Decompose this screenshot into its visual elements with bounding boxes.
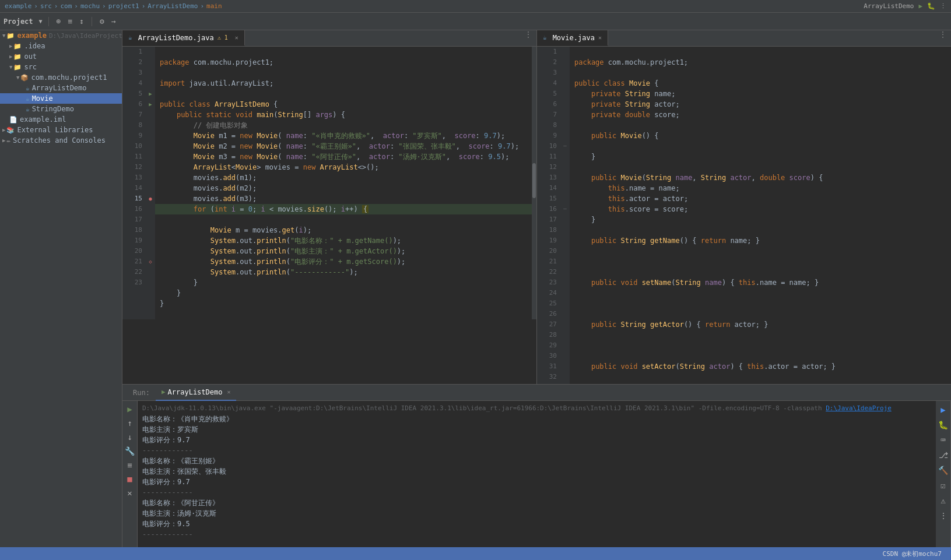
- rgutter-22: [560, 267, 570, 277]
- code-editor-left[interactable]: 1 2 3 4 5 6 7 8 9 10 11 12 13 14: [122, 47, 536, 384]
- tab-movie[interactable]: ☕ Movie.java ✕: [537, 30, 608, 46]
- top-bar-debug-icon[interactable]: 🐛: [927, 2, 935, 10]
- rgutter-16: ─: [560, 204, 570, 214]
- toolbar-icon-arrow[interactable]: →: [110, 16, 118, 27]
- expand-arrow-scratches[interactable]: ▶: [2, 138, 5, 143]
- toolbar-caret[interactable]: ▼: [39, 18, 43, 24]
- ln-22: 22: [126, 267, 142, 277]
- output-line-6: 电影评分：9.7: [142, 477, 931, 487]
- run-close-btn[interactable]: ✕: [126, 487, 133, 499]
- ln-8: 8: [126, 120, 142, 131]
- toolbar-icon-list[interactable]: ≡: [66, 16, 74, 27]
- breadcrumb-src: src: [40, 2, 52, 10]
- gutter-break-15[interactable]: ●: [146, 193, 155, 204]
- rln-3: 3: [541, 68, 557, 78]
- breadcrumb-project1: project1: [108, 2, 139, 10]
- left-icon-terminal[interactable]: ⌨: [939, 434, 947, 446]
- gutter-9: [146, 131, 155, 141]
- breadcrumb-com: com: [60, 2, 72, 10]
- run-tab-arraylistdemo[interactable]: ▶ ArrayListDemo ✕: [156, 385, 237, 401]
- run-tab-close[interactable]: ✕: [227, 389, 230, 395]
- tab-warning-icon: ⚠ 1: [217, 34, 228, 41]
- expand-arrow-out[interactable]: ▶: [9, 54, 12, 59]
- run-tabs: Run: ▶ ArrayListDemo ✕: [122, 385, 951, 401]
- run-wrench-btn[interactable]: 🔧: [124, 445, 136, 457]
- ln-3: 3: [126, 68, 142, 78]
- sidebar-label-external: External Libraries: [17, 126, 93, 134]
- ln-18: 18: [126, 225, 142, 235]
- expand-arrow-package[interactable]: ▼: [16, 75, 19, 80]
- gutter-14: [146, 183, 155, 193]
- sidebar-item-movie[interactable]: ☕ Movie: [0, 93, 122, 104]
- output-line-5: 电影主演：张国荣、张丰毅: [142, 466, 931, 477]
- sidebar-item-example[interactable]: ▼ 📁 example D:\Java\IdeaProjects\ex: [0, 30, 122, 41]
- run-cmd-link[interactable]: D:\Java\IdeaProje: [826, 404, 892, 412]
- left-icon-tools[interactable]: 🔨: [936, 464, 950, 477]
- run-stop-btn[interactable]: ■: [126, 473, 133, 485]
- tab-overflow-left[interactable]: ⋮: [520, 30, 536, 46]
- scrollbar-left[interactable]: [532, 47, 536, 319]
- toolbar-icon-settings[interactable]: ⚙: [98, 16, 106, 27]
- run-restart-btn[interactable]: ▶: [126, 403, 133, 415]
- tab-label-movie: Movie.java: [553, 34, 595, 42]
- sidebar-item-src[interactable]: ▼ 📁 src: [0, 62, 122, 72]
- sidebar-item-package[interactable]: ▼ 📦 com.mochu.project1: [0, 72, 122, 83]
- gutter-22: [146, 267, 155, 277]
- expand-arrow-idea[interactable]: ▶: [9, 43, 12, 49]
- code-content-right[interactable]: package com.mochu.project1; public class…: [570, 47, 951, 384]
- sidebar-item-stringdemo[interactable]: ☕ StringDemo: [0, 104, 122, 114]
- sidebar-item-iml[interactable]: 📄 example.iml: [0, 114, 122, 125]
- gutter-left: ▶ ▶ ●: [146, 47, 155, 319]
- expand-arrow-src[interactable]: ▼: [9, 64, 12, 70]
- sidebar-item-idea[interactable]: ▶ 📁 .idea: [0, 41, 122, 51]
- rgutter-13: [560, 172, 570, 183]
- run-down-btn[interactable]: ↓: [126, 431, 133, 443]
- code-content-left[interactable]: package com.mochu.project1; import java.…: [155, 47, 532, 319]
- ln-14: 14: [126, 183, 142, 193]
- scroll-thumb-left[interactable]: [532, 163, 536, 198]
- sidebar-item-external[interactable]: ▶ 📚 External Libraries: [0, 125, 122, 135]
- gutter-13: [146, 172, 155, 183]
- rln-19: 19: [541, 235, 557, 246]
- run-cmd-line: D:\Java\jdk-11.0.13\bin\java.exe "-javaa…: [142, 403, 931, 414]
- run-up-btn[interactable]: ↑: [126, 417, 133, 429]
- toolbar-icon-add[interactable]: ⊕: [55, 16, 63, 27]
- expand-arrow-external[interactable]: ▶: [2, 127, 5, 133]
- toolbar-icon-sort[interactable]: ↕: [78, 16, 86, 27]
- gutter-break-21[interactable]: ◇: [146, 256, 155, 267]
- tab-close-arraylistdemo[interactable]: ✕: [235, 34, 238, 41]
- rln-10: 10: [541, 141, 557, 152]
- left-icon-git[interactable]: ⎇: [937, 449, 950, 462]
- tab-overflow-right[interactable]: ⋮: [935, 30, 951, 46]
- sidebar-item-scratches[interactable]: ▶ ✏ Scratches and Consoles: [0, 135, 122, 146]
- rgutter-17: [560, 214, 570, 225]
- gutter-run-6[interactable]: ▶: [146, 99, 155, 110]
- sidebar-item-out[interactable]: ▶ 📁 out: [0, 51, 122, 62]
- ln-11: 11: [126, 152, 142, 162]
- run-filter-btn[interactable]: ≡: [126, 459, 133, 471]
- expand-arrow-example[interactable]: ▼: [2, 33, 5, 38]
- rgutter-2: [560, 57, 570, 68]
- left-icon-debug[interactable]: 🐛: [936, 418, 950, 431]
- code-editor-right[interactable]: 1 2 3 4 5 6 7 8 9 10 11 12 13 14: [536, 47, 951, 384]
- gutter-run-5[interactable]: ▶: [146, 89, 155, 99]
- tab-close-movie[interactable]: ✕: [598, 34, 602, 41]
- gutter-3: [146, 68, 155, 78]
- tab-arraylistdemo[interactable]: ☕ ArrayListDemo.java ⚠ 1 ✕: [122, 30, 245, 46]
- run-tab-icon: ▶: [162, 388, 166, 396]
- scroll-container-left: 1 2 3 4 5 6 7 8 9 10 11 12 13 14: [122, 47, 536, 319]
- left-icon-more[interactable]: ⋮: [938, 509, 949, 522]
- left-icon-todo[interactable]: ☑: [939, 479, 947, 492]
- gutter-12: [146, 162, 155, 172]
- rgutter-7: [560, 110, 570, 120]
- ln-23: 23: [126, 277, 142, 288]
- top-bar-run-icon[interactable]: ▶: [918, 2, 922, 10]
- output-line-4: 电影名称：《霸王别姬》: [142, 456, 931, 466]
- left-icon-problems[interactable]: ⚠: [939, 494, 947, 507]
- sidebar-item-arraylistdemo[interactable]: ☕ ArrayListDemo: [0, 83, 122, 93]
- top-bar-more-icon[interactable]: ⋮: [940, 2, 946, 10]
- line-numbers-left: 1 2 3 4 5 6 7 8 9 10 11 12 13 14: [122, 47, 146, 319]
- rgutter-19: [560, 235, 570, 246]
- output-line-3: 电影评分：9.7: [142, 435, 931, 445]
- left-icon-run[interactable]: ▶: [939, 403, 947, 416]
